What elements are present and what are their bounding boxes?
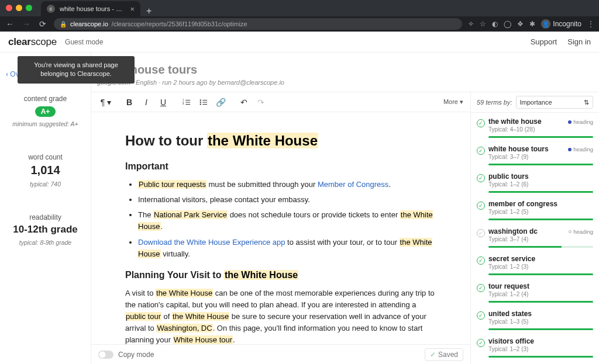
link-button[interactable]: 🔗 (213, 95, 228, 109)
editor-body[interactable]: How to tour the White House Important Pu… (91, 112, 470, 344)
check-icon: ✓ (430, 351, 436, 359)
term-name: member of congress (488, 200, 593, 208)
back-button[interactable]: ← (5, 19, 15, 29)
app-body: ‹ Overview content grade A+ minimum sugg… (0, 53, 599, 364)
guest-mode-link[interactable]: Guest mode (65, 38, 103, 46)
forward-button[interactable]: → (21, 19, 32, 29)
fullscreen-window-icon[interactable] (26, 5, 32, 11)
content-h2-important: Important (125, 160, 436, 174)
app-root: clearscope Guest mode Support Sign in Yo… (0, 32, 599, 364)
term-name: visitors office (488, 337, 593, 345)
term-badge: heading (568, 119, 593, 125)
report-title: white house tours (97, 63, 593, 77)
new-tab-button[interactable]: + (140, 6, 157, 16)
tab-strip: c white house tours - Optimize × + (0, 0, 599, 16)
brand-light: scope (31, 36, 57, 47)
term-item[interactable]: ✓white house toursTypical: 3–7 (9)headin… (471, 140, 599, 168)
term-item[interactable]: ✓the white houseTypical: 4–10 (28)headin… (471, 113, 599, 140)
metric-readability: readability 10-12th grade typical: 8-9th… (6, 213, 85, 246)
paragraph-style-button[interactable]: ¶ ▾ (98, 95, 113, 109)
ext-icon[interactable]: ✧ (468, 20, 474, 28)
term-item[interactable]: ✓tour requestTypical: 1–2 (4) (471, 278, 599, 305)
editor-wrap: ¶ ▾ B I U 123 🔗 ↶ (91, 92, 599, 364)
term-sub: Typical: 4–10 (28) (488, 126, 593, 133)
support-link[interactable]: Support (531, 37, 557, 46)
left-sidebar: ‹ Overview content grade A+ minimum sugg… (0, 53, 91, 364)
ext-icon[interactable]: ❖ (517, 20, 524, 28)
unordered-list-button[interactable] (196, 95, 211, 109)
italic-button[interactable]: I (139, 95, 154, 109)
saved-label: Saved (438, 351, 458, 359)
list-item: Download the White House Experience app … (138, 237, 436, 260)
term-progress (488, 164, 593, 165)
terms-list[interactable]: ✓the white houseTypical: 4–10 (28)headin… (471, 113, 599, 364)
copy-mode-toggle[interactable] (98, 351, 113, 359)
term-name: united states (488, 310, 593, 318)
brand-logo[interactable]: clearscope (8, 36, 57, 48)
editor-column: ¶ ▾ B I U 123 🔗 ↶ (91, 92, 470, 364)
metric-word-count: word count 1,014 typical: 740 (6, 153, 85, 188)
browser-tab[interactable]: c white house tours - Optimize × (41, 1, 140, 16)
signin-link[interactable]: Sign in (567, 37, 591, 46)
term-sub: Typical: 1–2 (5) (488, 209, 593, 215)
term-item[interactable]: ✓public toursTypical: 1–2 (6) (471, 168, 599, 195)
term-item[interactable]: ✓member of congressTypical: 1–2 (5) (471, 195, 599, 223)
term-progress (488, 328, 593, 330)
term-badge: heading (569, 228, 593, 235)
term-sub: Typical: 1–2 (3) (488, 346, 593, 352)
term-sub: Typical: 3–7 (9) (488, 154, 593, 160)
terms-sort-select[interactable]: Importance⇅ (516, 96, 593, 109)
more-label: More (443, 98, 458, 105)
term-progress (488, 136, 593, 138)
term-item[interactable]: ✓united statesTypical: 1–3 (5) (471, 305, 599, 332)
svg-point-5 (200, 103, 201, 105)
term-progress (488, 273, 593, 275)
ext-icon[interactable]: ◯ (504, 20, 511, 28)
check-circle-icon: ✓ (477, 229, 485, 237)
bookmark-icon[interactable]: ☆ (480, 20, 486, 28)
badge-dot-icon (568, 148, 572, 151)
term-progress (488, 301, 593, 303)
check-circle-icon: ✓ (477, 147, 485, 155)
member-of-congress-link[interactable]: Member of Congress (318, 180, 388, 189)
redo-button[interactable]: ↷ (253, 95, 268, 109)
check-circle-icon: ✓ (477, 311, 485, 320)
ext-icon[interactable]: ◐ (492, 20, 498, 28)
download-app-link[interactable]: Download the White House Experience app (138, 238, 285, 247)
address-bar[interactable]: 🔒 clearscope.io/clearscope/reports/2536f… (54, 18, 462, 30)
terms-header: 59 terms by: Importance⇅ (471, 92, 599, 113)
tab-close-icon[interactable]: × (130, 5, 135, 13)
chrome-extension-icons: ✧ ☆ ◐ ◯ ❖ ✱ 👤 Incognito ⋮ (468, 19, 594, 29)
undo-button[interactable]: ↶ (236, 95, 252, 109)
sort-value: Importance (520, 99, 552, 106)
term-item[interactable]: ✓visitors officeTypical: 1–2 (3) (471, 332, 599, 360)
ext-icon[interactable]: ✱ (529, 20, 535, 28)
reload-button[interactable]: ⟳ (37, 19, 48, 29)
metric-content-grade: content grade A+ minimum suggested: A+ (6, 95, 85, 127)
underline-button[interactable]: U (156, 95, 171, 109)
term-item[interactable]: ✓washington dcTypical: 3–7 (4)heading (471, 223, 599, 250)
grade-sub: minimum suggested: A+ (6, 120, 85, 127)
check-circle-icon: ✓ (477, 284, 485, 292)
rd-sub: typical: 8-9th grade (6, 239, 85, 246)
term-sub: Typical: 1–2 (4) (488, 291, 593, 297)
bold-button[interactable]: B (122, 95, 137, 109)
term-item[interactable]: ✓secret serviceTypical: 1–2 (3) (471, 250, 599, 278)
term-name: public tours (488, 172, 593, 181)
guest-mode-tooltip: You're viewing a shared page belonging t… (18, 56, 135, 84)
term-item[interactable]: ✓backpacksTypical: 1–2 (3) (471, 360, 599, 364)
wc-value: 1,014 (6, 164, 85, 177)
report-meta: google.com · English · run 2 hours ago b… (97, 79, 593, 86)
more-button[interactable]: More ▾ (443, 98, 463, 106)
close-window-icon[interactable] (6, 5, 12, 11)
check-circle-icon: ✓ (477, 256, 485, 265)
list-item: International visitors, please contact y… (138, 194, 436, 206)
center-column: white house tours google.com · English ·… (91, 53, 599, 364)
ordered-list-button[interactable]: 123 (179, 95, 194, 109)
minimize-window-icon[interactable] (16, 5, 22, 11)
terms-panel: 59 terms by: Importance⇅ ✓the white hous… (470, 92, 599, 364)
chrome-menu-icon[interactable]: ⋮ (587, 20, 594, 28)
terms-count: 59 terms by: (477, 99, 512, 106)
incognito-label: Incognito (553, 20, 581, 28)
wc-sub: typical: 740 (6, 181, 85, 188)
